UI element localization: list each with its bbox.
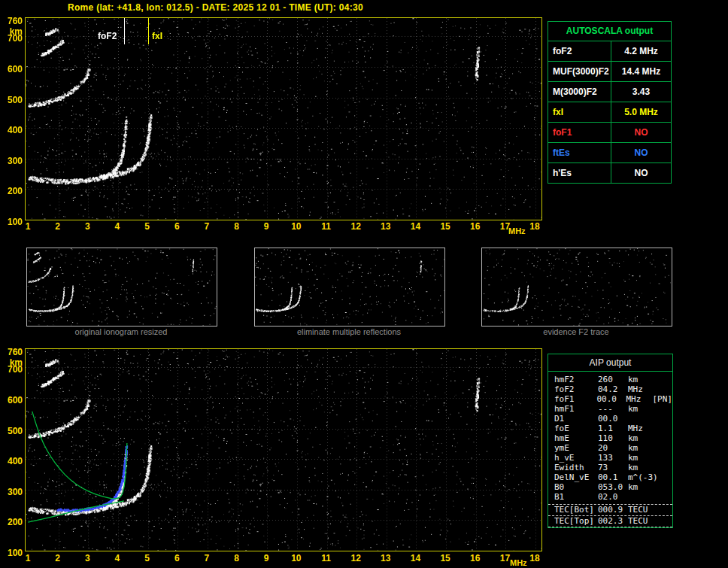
aip-row-label: foF1 (554, 394, 596, 404)
autoscala-row-label: foF1 (548, 123, 611, 142)
autoscala-row-value: 4.2 MHz (611, 41, 671, 61)
aip-row-label: D1 (554, 414, 598, 424)
x-tick: 3 (79, 221, 96, 232)
aip-row: Ewidth73km (548, 463, 672, 472)
autoscala-row-label: fxI (548, 102, 611, 122)
x-tick: 7 (199, 221, 215, 232)
aip-row: foE1.1MHz (548, 424, 672, 433)
aip-row-value: 00.1 (598, 472, 628, 482)
thumbnail-caption-original: original ionogram resized (26, 327, 216, 336)
x-tick: 13 (378, 553, 394, 563)
aip-row-unit: km (628, 404, 655, 414)
autoscala-row-value: NO (611, 163, 671, 183)
autoscala-row-value: NO (611, 143, 671, 163)
page-title: Rome (lat: +41.8, lon: 012.5) - DATE: 20… (68, 2, 363, 13)
autoscala-row: h'EsNO (548, 163, 671, 183)
aip-row-extra (655, 433, 672, 443)
aip-row-label: h_vE (554, 453, 598, 463)
autoscala-row: M(3000)F23.43 (548, 81, 671, 102)
aip-row-unit: km (628, 463, 655, 472)
aip-row-unit: MHz (626, 394, 652, 404)
aip-row-extra (655, 424, 672, 433)
x-tick: 15 (437, 553, 453, 563)
aip-row-value: 1.1 (598, 424, 628, 433)
ionogram-canvas-bottom (26, 349, 541, 551)
autoscala-row-label: foF2 (548, 41, 611, 61)
x-tick: 2 (50, 221, 66, 232)
aip-row-extra (655, 414, 672, 424)
x-tick: 4 (109, 553, 126, 563)
y-tick: 600 (3, 64, 23, 74)
fxi-marker-line (148, 18, 149, 44)
autoscala-row-value: 5.0 MHz (611, 102, 671, 122)
autoscala-row-label: M(3000)F2 (548, 82, 611, 102)
aip-row-value: 133 (598, 453, 628, 463)
app-window: Rome (lat: +41.8, lon: 012.5) - DATE: 20… (0, 0, 728, 568)
ionogram-plot-bottom (25, 348, 542, 551)
autoscala-row-label: h'Es (548, 163, 611, 183)
thumbnail-caption-evidence: evidence F2 trace (481, 327, 671, 336)
x-tick: 5 (139, 221, 156, 232)
aip-row-value: 20 (598, 443, 628, 453)
aip-row-extra (655, 463, 672, 472)
autoscala-row-value: 14.4 MHz (611, 62, 671, 81)
aip-tec-rows: TEC[Bot]000.9TECUTEC[Top]002.3TECU (548, 504, 672, 527)
aip-row-extra: [PN] (653, 394, 673, 404)
aip-row: B102.0 (548, 492, 672, 502)
x-axis-unit: MHz (508, 226, 531, 235)
aip-row: h_vE133km (548, 453, 672, 463)
aip-row: D100.0 (548, 414, 672, 424)
thumbnail-canvas-evidence (482, 248, 672, 326)
autoscala-table-header: AUTOSCALA output (548, 22, 671, 41)
y-tick: 500 (3, 426, 23, 436)
aip-row-value: 02.0 (598, 492, 628, 502)
aip-row-unit: MHz (628, 424, 655, 433)
autoscala-row-value: 3.43 (611, 82, 671, 102)
x-axis-unit: MHz (510, 558, 532, 567)
aip-row-unit: km (628, 375, 655, 384)
thumbnail-caption-reflections: eliminate multiple reflections (254, 327, 444, 336)
fof2-marker-label: foF2 (98, 31, 117, 41)
y-tick: 200 (3, 186, 23, 196)
fxi-marker-label: fxI (152, 31, 162, 41)
aip-row-label: DelN_vE (554, 472, 598, 482)
x-tick: 9 (258, 553, 275, 563)
thumbnail-eliminate-reflections (254, 248, 445, 327)
aip-row-label: foE (554, 424, 598, 433)
aip-row-unit: km (628, 433, 655, 443)
autoscala-table-rows: foF24.2 MHzMUF(3000)F214.4 MHzM(3000)F23… (548, 41, 671, 183)
x-tick: 14 (407, 553, 423, 563)
aip-tec-value: 000.9 (598, 505, 628, 515)
ionogram-canvas-top (26, 18, 541, 220)
aip-row-value: 73 (598, 463, 628, 472)
x-tick: 12 (347, 553, 364, 563)
aip-output-table: AIP output hmF2260kmfoF204.2MHzfoF100.0M… (548, 354, 673, 528)
x-tick: 4 (109, 221, 126, 232)
x-tick: 6 (168, 553, 185, 563)
aip-tec-label: TEC[Top] (554, 516, 598, 527)
aip-row-extra (655, 482, 672, 492)
x-tick: 16 (467, 553, 484, 563)
aip-row-value: 260 (598, 375, 628, 384)
aip-tec-row: TEC[Top]002.3TECU (548, 516, 672, 527)
ionogram-plot-top: foF2 fxI (25, 17, 542, 220)
autoscala-row: foF1NO (548, 122, 671, 142)
y-axis-unit: km (3, 357, 23, 368)
aip-row-extra (655, 443, 672, 453)
aip-tec-row: TEC[Bot]000.9TECU (548, 505, 672, 516)
y-tick: 200 (3, 517, 23, 527)
autoscala-row-value: NO (611, 123, 671, 142)
aip-row-label: ymE (554, 443, 598, 453)
y-tick: 400 (3, 456, 23, 466)
aip-row-value: 053.0 (598, 482, 628, 492)
autoscala-row-label: MUF(3000)F2 (548, 62, 611, 81)
aip-tec-unit: TECU (628, 505, 655, 515)
autoscala-output-table: AUTOSCALA output foF24.2 MHzMUF(3000)F21… (548, 21, 672, 184)
aip-row-unit (628, 492, 655, 502)
aip-row: ymE20km (548, 443, 672, 453)
aip-tec-unit: TECU (628, 516, 655, 527)
aip-row-label: hmF2 (554, 375, 598, 384)
x-tick: 14 (407, 221, 423, 232)
y-tick: 500 (3, 95, 23, 105)
aip-row-label: B1 (554, 492, 598, 502)
